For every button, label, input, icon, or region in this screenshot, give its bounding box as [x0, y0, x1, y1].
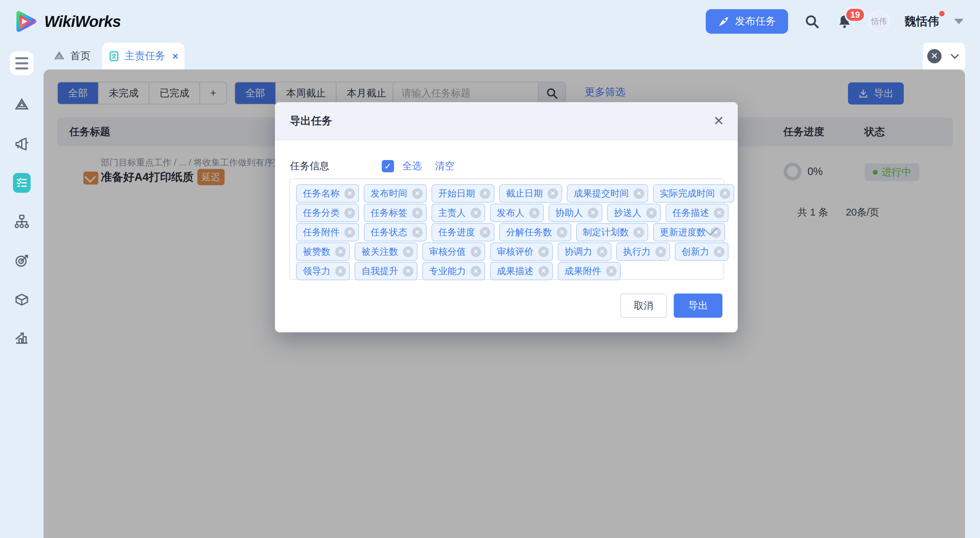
- notifications-button[interactable]: 19: [836, 13, 853, 30]
- field-tag[interactable]: 成果提交时间×: [567, 184, 648, 203]
- sidebar-item-tasks[interactable]: [13, 174, 30, 192]
- remove-field-icon[interactable]: ×: [529, 208, 540, 218]
- export-task-modal: 导出任务 ✕ 任务信息 ✓ 全选 清空 任务名称×发布时间×开始日期×截止日期×…: [275, 102, 738, 332]
- remove-field-icon[interactable]: ×: [538, 246, 549, 257]
- remove-field-icon[interactable]: ×: [606, 266, 617, 276]
- field-tag[interactable]: 抄送人×: [607, 204, 661, 222]
- brand-logo[interactable]: WikiWorks: [14, 9, 121, 34]
- confirm-export-button[interactable]: 导出: [674, 294, 722, 318]
- remove-field-icon[interactable]: ×: [538, 266, 549, 276]
- field-tag[interactable]: 分解任务数×: [499, 223, 571, 241]
- field-tag-label: 协助人: [555, 207, 583, 219]
- menu-toggle-button[interactable]: [10, 51, 34, 75]
- sidebar-item-orgchart[interactable]: [13, 213, 30, 230]
- sidebar-item-goals[interactable]: [13, 252, 30, 269]
- field-tag[interactable]: 任务状态×: [364, 223, 427, 241]
- remove-field-icon[interactable]: ×: [588, 208, 598, 218]
- field-tag[interactable]: 任务附件×: [296, 223, 359, 241]
- field-tag[interactable]: 任务名称×: [296, 184, 359, 203]
- cancel-button[interactable]: 取消: [620, 294, 667, 318]
- close-all-tabs-icon[interactable]: ✕: [927, 49, 942, 63]
- field-tag[interactable]: 主责人×: [431, 204, 485, 222]
- target-icon: [13, 252, 30, 269]
- field-tag[interactable]: 被关注数×: [355, 243, 417, 261]
- remove-field-icon[interactable]: ×: [714, 246, 724, 257]
- field-tag[interactable]: 成果描述×: [490, 262, 553, 280]
- remove-field-icon[interactable]: ×: [547, 188, 558, 199]
- remove-field-icon[interactable]: ×: [335, 246, 346, 257]
- remove-field-icon[interactable]: ×: [412, 188, 423, 199]
- field-tag[interactable]: 执行力×: [616, 243, 670, 261]
- remove-field-icon[interactable]: ×: [646, 208, 657, 218]
- select-all-link[interactable]: 全选: [402, 160, 422, 173]
- remove-field-icon[interactable]: ×: [480, 227, 490, 238]
- remove-field-icon[interactable]: ×: [633, 227, 644, 238]
- remove-field-icon[interactable]: ×: [412, 227, 423, 238]
- remove-field-icon[interactable]: ×: [344, 188, 355, 199]
- field-tag-row: 被赞数×被关注数×审核分值×审核评价×协调力×执行力×创新力×: [296, 243, 717, 261]
- field-tag[interactable]: 成果附件×: [558, 262, 620, 280]
- field-tag[interactable]: 审核分值×: [422, 243, 485, 261]
- field-tag[interactable]: 任务描述×: [666, 204, 729, 222]
- sidebar-item-resources[interactable]: [13, 291, 30, 308]
- tab-home[interactable]: 首页: [53, 49, 91, 63]
- remove-field-icon[interactable]: ×: [344, 227, 355, 238]
- active-task-list-icon: [13, 173, 30, 193]
- remove-field-icon[interactable]: ×: [403, 246, 414, 257]
- remove-field-icon[interactable]: ×: [720, 188, 730, 199]
- sidebar-item-home[interactable]: [13, 96, 30, 114]
- close-tab-icon[interactable]: ×: [172, 50, 178, 62]
- field-tag[interactable]: 任务进度×: [431, 223, 495, 241]
- field-tag[interactable]: 审核评价×: [490, 243, 553, 261]
- tabs-chevron-down-icon[interactable]: [949, 50, 961, 62]
- remove-field-icon[interactable]: ×: [714, 208, 724, 218]
- field-tag[interactable]: 任务标签×: [364, 204, 427, 222]
- rocket-icon: [718, 16, 730, 27]
- remove-field-icon[interactable]: ×: [344, 208, 355, 218]
- wikiworks-logo-icon: [14, 9, 38, 34]
- remove-field-icon[interactable]: ×: [480, 188, 490, 199]
- field-tag-label: 成果描述: [497, 265, 533, 277]
- remove-field-icon[interactable]: ×: [403, 266, 414, 276]
- field-tag[interactable]: 发布人×: [490, 204, 544, 222]
- field-tag[interactable]: 任务分类×: [296, 204, 359, 222]
- remove-field-icon[interactable]: ×: [412, 208, 423, 218]
- remove-field-icon[interactable]: ×: [597, 246, 608, 257]
- field-tag[interactable]: 协调力×: [558, 243, 611, 261]
- field-tag[interactable]: 实际完成时间×: [653, 184, 734, 203]
- remove-field-icon[interactable]: ×: [655, 246, 666, 257]
- field-tag[interactable]: 开始日期×: [431, 184, 495, 203]
- avatar[interactable]: 恬伟: [869, 11, 889, 32]
- select-all-checkbox[interactable]: ✓: [382, 160, 394, 172]
- user-menu-chevron-down-icon[interactable]: [954, 19, 964, 24]
- field-tag-label: 分解任务数: [506, 226, 552, 238]
- remove-field-icon[interactable]: ×: [471, 208, 481, 218]
- tab-primary-tasks[interactable]: 主责任务 ×: [102, 43, 185, 69]
- remove-field-icon[interactable]: ×: [633, 188, 644, 199]
- sidebar-item-reports[interactable]: [13, 329, 30, 347]
- modal-close-icon[interactable]: ✕: [713, 114, 724, 127]
- field-tag[interactable]: 被赞数×: [296, 243, 350, 261]
- field-tag[interactable]: 协助人×: [549, 204, 602, 222]
- remove-field-icon[interactable]: ×: [557, 227, 567, 238]
- field-tag[interactable]: 创新力×: [675, 243, 729, 261]
- remove-field-icon[interactable]: ×: [335, 266, 346, 276]
- field-tag[interactable]: 领导力×: [296, 262, 350, 280]
- left-sidebar: [0, 43, 43, 538]
- growth-chart-icon: [13, 330, 30, 346]
- field-tag[interactable]: 截止日期×: [499, 184, 562, 203]
- field-tag[interactable]: 专业能力×: [422, 262, 485, 280]
- publish-task-button[interactable]: 发布任务: [706, 9, 788, 34]
- field-tag-label: 审核分值: [429, 246, 466, 258]
- sidebar-item-announcements[interactable]: [13, 135, 30, 153]
- remove-field-icon[interactable]: ×: [471, 266, 481, 276]
- clear-all-link[interactable]: 清空: [435, 160, 455, 173]
- field-tag[interactable]: 自我提升×: [355, 262, 417, 280]
- field-tag[interactable]: 制定计划数×: [576, 223, 648, 241]
- field-tags-container: 任务名称×发布时间×开始日期×截止日期×成果提交时间×实际完成时间×任务分类×任…: [289, 179, 724, 280]
- search-button[interactable]: [803, 13, 821, 30]
- field-tag[interactable]: 发布时间×: [364, 184, 427, 203]
- user-name[interactable]: 魏恬伟: [904, 14, 939, 29]
- field-tag-label: 实际完成时间: [660, 187, 715, 200]
- remove-field-icon[interactable]: ×: [471, 246, 481, 257]
